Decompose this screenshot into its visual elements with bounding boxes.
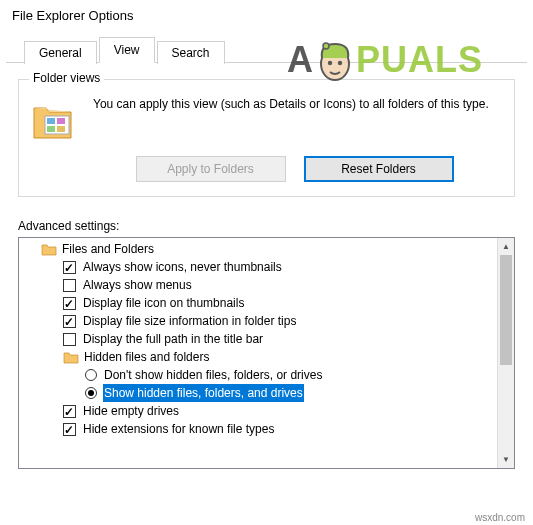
- tab-strip: General View Search: [6, 37, 527, 63]
- advanced-settings-label: Advanced settings:: [18, 219, 515, 233]
- tree-label: Files and Folders: [61, 240, 155, 258]
- svg-rect-3: [47, 126, 55, 132]
- tree-label: Always show menus: [82, 276, 193, 294]
- svg-rect-4: [57, 126, 65, 132]
- tree-label: Hide empty drives: [82, 402, 180, 420]
- tree-label: Hide extensions for known file types: [82, 420, 275, 438]
- tab-general[interactable]: General: [24, 41, 97, 64]
- tree-label: Display the full path in the title bar: [82, 330, 264, 348]
- tab-view[interactable]: View: [99, 37, 155, 63]
- tree-item-hide-extensions[interactable]: Hide extensions for known file types: [19, 420, 497, 438]
- tree-label: Display file icon on thumbnails: [82, 294, 245, 312]
- chevron-up-icon: ▲: [502, 242, 510, 251]
- reset-folders-button[interactable]: Reset Folders: [304, 156, 454, 182]
- checkbox-icon[interactable]: [63, 315, 76, 328]
- tree-item-show-hidden[interactable]: Show hidden files, folders, and drives: [19, 384, 497, 402]
- tab-content: Folder views You can apply this view (su…: [0, 63, 533, 469]
- svg-rect-2: [57, 118, 65, 124]
- tree-item-hide-empty-drives[interactable]: Hide empty drives: [19, 402, 497, 420]
- apply-to-folders-button: Apply to Folders: [136, 156, 286, 182]
- tree-label: Don't show hidden files, folders, or dri…: [103, 366, 323, 384]
- tree-item-always-show-icons[interactable]: Always show icons, never thumbnails: [19, 258, 497, 276]
- tree-item-dont-show-hidden[interactable]: Don't show hidden files, folders, or dri…: [19, 366, 497, 384]
- checkbox-icon[interactable]: [63, 423, 76, 436]
- chevron-down-icon: ▼: [502, 455, 510, 464]
- checkbox-icon[interactable]: [63, 261, 76, 274]
- tree-item-always-show-menus[interactable]: Always show menus: [19, 276, 497, 294]
- checkbox-icon[interactable]: [63, 279, 76, 292]
- tree-label: Hidden files and folders: [83, 348, 210, 366]
- scroll-thumb[interactable]: [500, 255, 512, 365]
- tree-label: Always show icons, never thumbnails: [82, 258, 283, 276]
- scroll-track[interactable]: [498, 255, 514, 451]
- folder-icon: [63, 350, 79, 364]
- tree-label: Show hidden files, folders, and drives: [103, 384, 304, 402]
- window-title: File Explorer Options: [0, 0, 533, 29]
- tree-item-hidden-files-folder[interactable]: Hidden files and folders: [19, 348, 497, 366]
- folder-views-group: Folder views You can apply this view (su…: [18, 79, 515, 197]
- tree-body[interactable]: Files and Folders Always show icons, nev…: [19, 238, 497, 468]
- tree-root-files-and-folders[interactable]: Files and Folders: [19, 240, 497, 258]
- tree-item-display-full-path[interactable]: Display the full path in the title bar: [19, 330, 497, 348]
- checkbox-icon[interactable]: [63, 297, 76, 310]
- folder-icon: [41, 242, 57, 256]
- folder-views-description: You can apply this view (such as Details…: [93, 96, 502, 144]
- advanced-settings-tree: Files and Folders Always show icons, nev…: [18, 237, 515, 469]
- folder-views-icon: [31, 96, 79, 144]
- radio-icon[interactable]: [85, 369, 97, 381]
- radio-icon[interactable]: [85, 387, 97, 399]
- tree-item-display-file-size[interactable]: Display file size information in folder …: [19, 312, 497, 330]
- tree-scrollbar[interactable]: ▲ ▼: [497, 238, 514, 468]
- tree-label: Display file size information in folder …: [82, 312, 297, 330]
- svg-rect-1: [47, 118, 55, 124]
- source-attribution: wsxdn.com: [475, 512, 525, 523]
- scroll-down-button[interactable]: ▼: [498, 451, 514, 468]
- scroll-up-button[interactable]: ▲: [498, 238, 514, 255]
- checkbox-icon[interactable]: [63, 405, 76, 418]
- tree-item-display-file-icon[interactable]: Display file icon on thumbnails: [19, 294, 497, 312]
- checkbox-icon[interactable]: [63, 333, 76, 346]
- tab-search[interactable]: Search: [157, 41, 225, 64]
- folder-views-legend: Folder views: [29, 71, 104, 85]
